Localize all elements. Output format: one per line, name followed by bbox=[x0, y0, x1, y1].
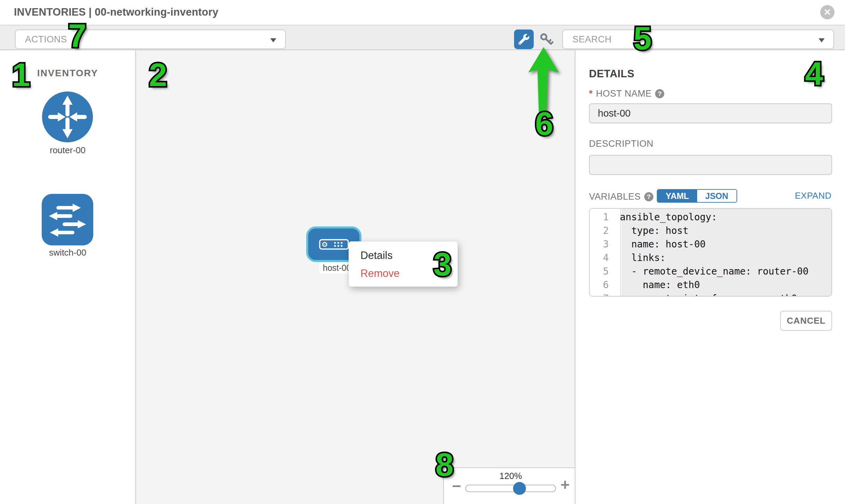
annotation-number-1: 1 bbox=[12, 59, 30, 91]
host-name-label: HOST NAME bbox=[596, 88, 652, 99]
search-dropdown[interactable]: SEARCH bbox=[562, 30, 834, 49]
cancel-button[interactable]: CANCEL bbox=[780, 311, 832, 331]
code-line: 1ansible_topology: bbox=[590, 211, 831, 224]
variables-format-toggle: YAML JSON bbox=[657, 189, 737, 203]
toolbar: ACTIONS SEARCH bbox=[0, 25, 845, 50]
zoom-slider-thumb[interactable] bbox=[513, 482, 526, 495]
details-panel-title: DETAILS bbox=[589, 68, 634, 80]
annotation-number-5: 5 bbox=[633, 22, 651, 55]
variables-code-editor[interactable]: 1ansible_topology: 2 type: host 3 name: … bbox=[589, 208, 832, 296]
switch-device-icon[interactable] bbox=[42, 194, 93, 246]
description-input[interactable] bbox=[589, 155, 832, 175]
zoom-slider-track[interactable] bbox=[465, 485, 556, 492]
details-panel: DETAILS * HOST NAME ? host-00 DESCRIPTIO… bbox=[575, 50, 845, 504]
yaml-toggle-button[interactable]: YAML bbox=[657, 190, 697, 202]
code-line: 2 type: host bbox=[590, 224, 831, 238]
close-icon[interactable]: ✕ bbox=[820, 5, 834, 19]
zoom-in-button[interactable]: + bbox=[561, 475, 570, 494]
json-toggle-button[interactable]: JSON bbox=[697, 190, 737, 202]
router-device-label: router-00 bbox=[0, 145, 135, 156]
actions-dropdown[interactable]: ACTIONS bbox=[15, 30, 286, 49]
editor-content: 1ansible_topology: 2 type: host 3 name: … bbox=[590, 209, 831, 296]
host-name-input[interactable]: host-00 bbox=[589, 103, 832, 123]
topology-canvas[interactable]: host-00 Details Remove 120% − + bbox=[136, 50, 575, 504]
code-line: 4 links: bbox=[590, 251, 831, 265]
expand-link[interactable]: EXPAND bbox=[795, 191, 831, 201]
code-line: 3 name: host-00 bbox=[590, 238, 831, 251]
actions-dropdown-label: ACTIONS bbox=[25, 34, 67, 45]
inventory-sidebar: INVENTORY router-00 bbox=[0, 50, 136, 504]
annotation-number-3: 3 bbox=[433, 248, 451, 281]
annotation-number-2: 2 bbox=[149, 59, 167, 91]
zoom-level-value: 120% bbox=[465, 471, 556, 481]
router-device-icon[interactable] bbox=[42, 91, 93, 142]
code-line: 5 - remote_device_name: router-00 bbox=[590, 265, 831, 278]
description-label: DESCRIPTION bbox=[589, 139, 653, 149]
code-line: 7 remote_interface_name: eth0 bbox=[590, 292, 831, 296]
host-name-label-row: * HOST NAME ? bbox=[589, 88, 664, 99]
annotation-number-8: 8 bbox=[435, 448, 453, 481]
variables-label: VARIABLES bbox=[589, 192, 641, 202]
search-dropdown-label: SEARCH bbox=[573, 34, 612, 45]
header: INVENTORIES | 00-networking-inventory ✕ bbox=[0, 0, 845, 25]
chevron-down-icon bbox=[818, 38, 825, 42]
required-asterisk: * bbox=[589, 88, 593, 99]
variables-label-row: VARIABLES ? bbox=[589, 192, 653, 202]
help-icon[interactable]: ? bbox=[644, 192, 653, 201]
chevron-down-icon bbox=[270, 38, 276, 42]
annotation-number-4: 4 bbox=[805, 58, 823, 90]
code-line: 6 name: eth0 bbox=[590, 278, 831, 292]
annotation-number-7: 7 bbox=[68, 20, 86, 52]
zoom-control-panel: 120% − + bbox=[443, 467, 575, 504]
host-icon bbox=[319, 239, 349, 250]
description-label-row: DESCRIPTION bbox=[589, 139, 653, 149]
help-icon[interactable]: ? bbox=[655, 89, 664, 98]
page-title: INVENTORIES | 00-networking-inventory bbox=[14, 6, 218, 18]
switch-device-label: switch-00 bbox=[0, 248, 135, 258]
annotation-number-6: 6 bbox=[535, 107, 553, 140]
